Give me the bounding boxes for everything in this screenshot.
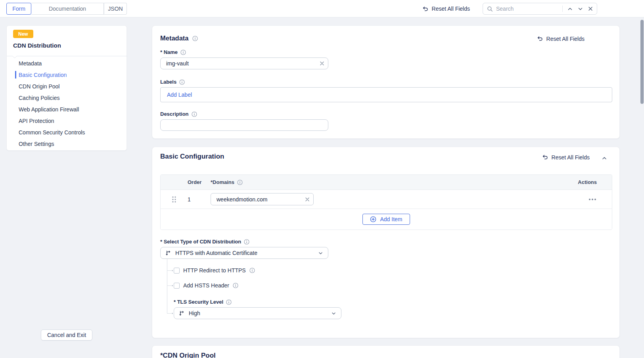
- hsts-checkbox[interactable]: [174, 283, 180, 289]
- add-item-button[interactable]: Add Item: [362, 214, 410, 225]
- search-icon: [487, 6, 493, 12]
- one-of-branch-icon: [165, 250, 171, 256]
- reset-all-fields-top-button[interactable]: Reset All Fields: [422, 6, 470, 12]
- section-nav: Metadata Basic Configuration CDN Origin …: [7, 57, 127, 149]
- name-field-label: * Name: [160, 49, 178, 55]
- undo-icon: [542, 154, 548, 161]
- object-title: CDN Distribution: [13, 42, 61, 49]
- tree-connector-line: [167, 259, 167, 313]
- info-icon[interactable]: [237, 180, 243, 185]
- search-prev-chevron-up-icon[interactable]: [567, 6, 573, 11]
- chevron-down-icon: [318, 251, 323, 256]
- search-input[interactable]: [496, 6, 559, 12]
- info-icon[interactable]: [226, 299, 232, 305]
- domains-table-header: Order *Domains Actions: [161, 175, 612, 190]
- hsts-label: Add HSTS Header: [183, 282, 229, 289]
- tree-connector-dot: [172, 313, 173, 314]
- labels-field[interactable]: Add Label: [160, 87, 612, 102]
- tls-level-value: High: [189, 310, 327, 316]
- tls-level-select[interactable]: High: [174, 307, 341, 319]
- drag-handle-icon[interactable]: [171, 196, 177, 203]
- name-field[interactable]: [160, 57, 328, 69]
- basic-configuration-section-title: Basic Configuration: [160, 153, 224, 161]
- info-icon[interactable]: [180, 50, 186, 55]
- domain-row-order: 1: [188, 196, 211, 203]
- sidebar-item-web-application-firewall[interactable]: Web Application Firewall: [7, 103, 127, 115]
- column-header-order: Order: [188, 179, 211, 185]
- sidebar-panel: New CDN Distribution Metadata Basic Conf…: [6, 25, 127, 151]
- search-close-icon[interactable]: [588, 6, 593, 11]
- top-bar: Form Documentation JSON Reset All Fields: [0, 0, 644, 17]
- tree-connector-dot: [172, 285, 173, 286]
- info-icon[interactable]: [192, 111, 197, 117]
- tree-connector-elbow: [167, 313, 171, 314]
- domain-input[interactable]: [211, 193, 314, 205]
- info-icon[interactable]: [192, 36, 198, 41]
- description-field[interactable]: [160, 119, 328, 131]
- clear-name-icon[interactable]: [320, 61, 324, 66]
- tab-form[interactable]: Form: [6, 3, 31, 15]
- row-actions-menu-icon[interactable]: [589, 199, 612, 200]
- tab-json[interactable]: JSON: [104, 3, 127, 15]
- cdn-type-select[interactable]: HTTPS with Automatic Certificate: [160, 247, 328, 259]
- info-icon[interactable]: [179, 79, 185, 85]
- description-field-label: Description: [160, 111, 189, 117]
- sidebar-item-metadata[interactable]: Metadata: [7, 57, 127, 69]
- basic-configuration-section: Basic Configuration Reset All Fields Ord…: [152, 147, 620, 338]
- cancel-and-exit-button[interactable]: Cancel and Exit: [41, 329, 92, 341]
- column-header-domains: *Domains: [211, 179, 234, 185]
- basic-config-reset-all-fields-button[interactable]: Reset All Fields: [542, 154, 590, 161]
- domains-table-footer: Add Item: [161, 209, 612, 230]
- metadata-reset-all-fields-button[interactable]: Reset All Fields: [537, 35, 585, 42]
- http-redirect-checkbox[interactable]: [174, 268, 180, 274]
- domains-table: Order *Domains Actions 1: [160, 174, 612, 230]
- collapse-section-chevron-up-icon[interactable]: [602, 155, 607, 161]
- scrollbar-thumb[interactable]: [640, 20, 644, 104]
- sidebar-item-api-protection[interactable]: API Protection: [7, 115, 127, 126]
- tree-connector-elbow: [167, 270, 171, 271]
- sidebar-item-caching-policies[interactable]: Caching Policies: [7, 92, 127, 103]
- tab-documentation[interactable]: Documentation: [31, 3, 104, 15]
- cdn-type-value: HTTPS with Automatic Certificate: [175, 250, 314, 256]
- add-label-link[interactable]: Add Label: [167, 92, 192, 98]
- tls-level-label: * TLS Security Level: [174, 299, 223, 305]
- sidebar-item-common-security-controls[interactable]: Common Security Controls: [7, 126, 127, 138]
- info-icon[interactable]: [249, 268, 255, 273]
- sidebar-item-cdn-origin-pool[interactable]: CDN Origin Pool: [7, 80, 127, 92]
- sidebar-item-basic-configuration[interactable]: Basic Configuration: [7, 69, 127, 80]
- domain-row: 1: [161, 190, 612, 209]
- plus-circle-icon: [370, 216, 376, 222]
- search-divider: [562, 6, 563, 12]
- http-redirect-label: HTTP Redirect to HTTPS: [183, 267, 246, 274]
- one-of-branch-icon: [179, 310, 185, 316]
- cdn-origin-pool-section-title: *CDN Origin Pool: [160, 352, 216, 358]
- sidebar-divider: [7, 56, 127, 56]
- search-next-chevron-down-icon[interactable]: [578, 6, 583, 11]
- undo-icon: [537, 35, 543, 42]
- view-tab-group: Form Documentation JSON: [6, 3, 127, 15]
- undo-icon: [422, 6, 429, 12]
- info-icon[interactable]: [244, 239, 249, 245]
- metadata-section-title: Metadata: [160, 34, 189, 42]
- metadata-section: Metadata Reset All Fields * Name Labels …: [152, 25, 620, 139]
- cdn-origin-pool-section: *CDN Origin Pool: [152, 345, 620, 358]
- clear-domain-icon[interactable]: [305, 197, 310, 202]
- labels-field-label: Labels: [160, 79, 176, 85]
- tree-connector-dot: [172, 270, 173, 271]
- sidebar-item-other-settings[interactable]: Other Settings: [7, 138, 127, 149]
- search-box: [483, 3, 597, 15]
- status-badge-new: New: [13, 30, 33, 38]
- cdn-type-label: * Select Type of CDN Distribution: [160, 239, 241, 245]
- column-header-actions: Actions: [578, 179, 612, 185]
- tree-connector-elbow: [167, 285, 171, 286]
- info-icon[interactable]: [233, 283, 238, 288]
- chevron-down-icon: [331, 311, 336, 316]
